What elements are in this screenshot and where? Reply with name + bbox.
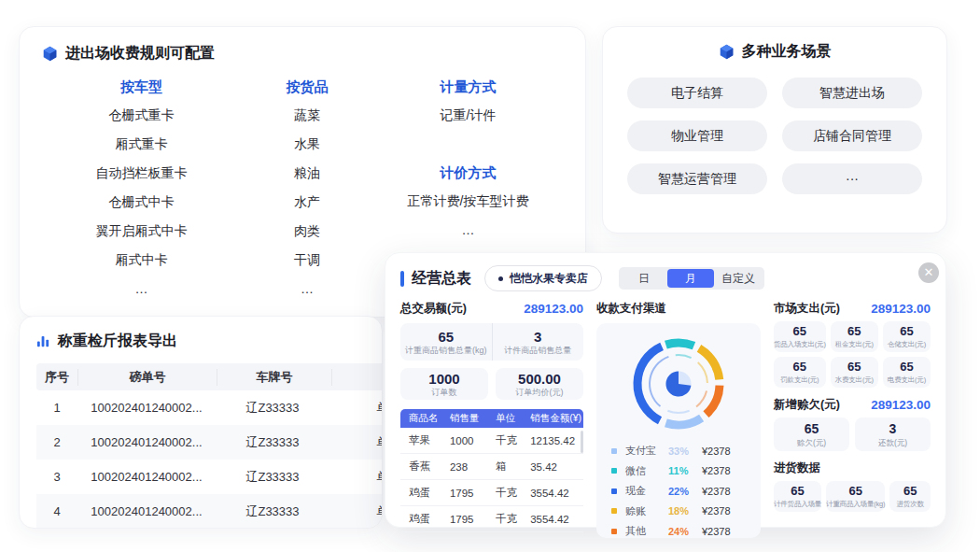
expense-grid: 65 货品入场支出(元) 65 租金支出(元) 65 仓储支出(元) 65 罚款… <box>774 321 931 388</box>
cell-plate: 辽Z33333 <box>216 434 329 451</box>
cell-plate: 辽Z33333 <box>216 503 329 520</box>
cell-amount: 12135.42 <box>530 435 583 446</box>
expenses-column: 市场支出(元) 289123.00 65 货品入场支出(元) 65 租金支出(元… <box>774 300 931 538</box>
product-table-header: 商品名 销售量 单位 销售金额(¥) <box>400 409 583 428</box>
tab-month[interactable]: 月 <box>667 269 714 288</box>
weighing-table-header: 序号 磅单号 车牌号 车型 <box>36 363 383 390</box>
title-accent-bar <box>400 271 404 287</box>
weighing-report-card: 称重检斤报表导出 序号 磅单号 车牌号 车型 1 100202401240002… <box>19 316 383 529</box>
stat-label: 计重商品入场量(kg) <box>826 499 885 510</box>
column-header-measure: 计量方式 <box>377 73 559 101</box>
cell-no: 2 <box>36 435 77 449</box>
legend-item-other: 其他 24% ¥2378 <box>611 521 746 542</box>
total-transactions-label: 总交易额(元) <box>400 301 467 317</box>
total-transactions-value: 289123.00 <box>524 302 583 316</box>
fee-rules-title: 进出场收费规则可配置 <box>65 44 215 64</box>
legend-swatch <box>611 448 617 454</box>
summary-body: 总交易额(元) 289123.00 65 计重商品销售总量(kg) 3 计件商品… <box>400 300 931 538</box>
legend-swatch <box>611 529 617 534</box>
scenarios-title: 多种业务场景 <box>742 42 832 62</box>
cell-plate: 辽Z33333 <box>216 469 329 486</box>
scenario-pill-entry[interactable]: 智慧进出场 <box>782 78 922 108</box>
scenario-pill-settlement[interactable]: 电子结算 <box>627 78 767 108</box>
legend-name: 支付宝 <box>625 444 668 458</box>
cell-qty: 1795 <box>450 514 496 525</box>
table-row: 鸡蛋 1795 千克 3554.42 <box>400 506 583 532</box>
stat-label: 赊欠(元) <box>797 437 826 448</box>
cell-truck: 单排仓 <box>329 503 383 520</box>
col-header-unit: 单位 <box>496 412 530 425</box>
stat-label: 进货次数 <box>897 499 924 510</box>
rule-item: 肉类 <box>237 217 377 246</box>
legend-percent: 11% <box>668 465 702 476</box>
cell-unit: 箱 <box>496 460 530 474</box>
transactions-column: 总交易额(元) 289123.00 65 计重商品销售总量(kg) 3 计件商品… <box>400 300 583 538</box>
stat-counted-sales: 3 计件商品销售总量 <box>492 323 584 361</box>
legend-percent: 24% <box>668 526 702 537</box>
cube-icon <box>42 46 58 62</box>
table-row: 3 100202401240002... 辽Z33333 单排仓 <box>36 460 383 494</box>
scenario-pill-grid: 电子结算 智慧进出场 物业管理 店铺合同管理 智慧运营管理 ··· <box>625 78 924 194</box>
cell-plate: 辽Z33333 <box>216 400 329 417</box>
column-header-vehicle: 按车型 <box>46 73 237 101</box>
scenario-pill-more[interactable]: ··· <box>782 163 922 194</box>
scenario-pill-contract[interactable]: 店铺合同管理 <box>782 120 922 151</box>
stat-water-expense: 65 水费支出(元) <box>831 357 878 388</box>
legend-amount: ¥2378 <box>702 446 731 457</box>
col-header-bill: 磅单号 <box>77 369 217 386</box>
new-credit-value: 289123.00 <box>871 398 931 412</box>
column-header-goods: 按货品 <box>237 73 377 101</box>
stat-label: 计件货品入场量 <box>774 499 821 510</box>
col-header-no: 序号 <box>36 369 77 386</box>
purchase-grid: 65 计件货品入场量 65 计重商品入场量(kg) 65 进货次数 <box>774 481 931 512</box>
stat-goods-entry-expense: 65 货品入场支出(元) <box>774 321 826 352</box>
scenario-pill-property[interactable]: 物业管理 <box>627 120 767 151</box>
report-header: 称重检斤报表导出 <box>36 332 382 351</box>
cell-truck: 单排仓 <box>329 400 383 417</box>
legend-name: 现金 <box>625 484 668 498</box>
rule-item: 翼开启厢式中卡 <box>46 217 237 246</box>
legend-amount: ¥2378 <box>702 505 731 517</box>
report-title: 称重检斤报表导出 <box>58 332 177 351</box>
tab-custom[interactable]: 自定义 <box>714 269 763 288</box>
weighing-table: 序号 磅单号 车牌号 车型 1 100202401240002... 辽Z333… <box>36 363 383 529</box>
payment-channels-label: 收款支付渠道 <box>596 301 666 317</box>
cell-bill: 100202401240002... <box>77 504 216 518</box>
rule-item: 粮油 <box>237 159 377 188</box>
donut-chart-svg <box>623 328 735 440</box>
rule-item: 厢式中卡 <box>46 246 237 275</box>
stat-fine-expense: 65 罚款支出(元) <box>774 357 826 388</box>
new-credit-label: 新增赊欠(元) <box>774 397 840 413</box>
legend-item-wechat: 微信 11% ¥2378 <box>611 461 746 482</box>
scrollbar[interactable] <box>581 431 583 453</box>
chart-legend: 支付宝 33% ¥2378 微信 11% ¥2378 现金 <box>596 440 761 542</box>
legend-swatch <box>611 468 617 474</box>
product-sales-table: 商品名 销售量 单位 销售金额(¥) 苹果 1000 千克 12135.42 香… <box>400 409 583 532</box>
close-icon[interactable]: ✕ <box>918 262 939 283</box>
tab-day[interactable]: 日 <box>621 269 667 288</box>
cell-no: 4 <box>36 504 77 518</box>
spacer <box>377 130 559 159</box>
rule-item: 干调 <box>237 246 377 275</box>
stat-value: 1000 <box>428 371 459 387</box>
stat-value: 3 <box>889 421 897 437</box>
payment-donut-chart: 支付宝 33% ¥2378 微信 11% ¥2378 现金 <box>596 323 761 538</box>
summary-header: 经营总表 恺恺水果专卖店 日 月 自定义 <box>400 265 931 291</box>
legend-item-cash: 现金 22% ¥2378 <box>611 481 746 502</box>
col-header-amount: 销售金额(¥) <box>530 412 583 425</box>
scenario-pill-operation[interactable]: 智慧运营管理 <box>627 163 767 194</box>
stat-label: 仓储支出(元) <box>888 339 926 350</box>
stat-order-count: 1000 订单数 <box>400 368 488 400</box>
store-selector-pill[interactable]: 恺恺水果专卖店 <box>484 265 602 291</box>
cell-bill: 100202401240002... <box>77 470 216 484</box>
rule-item: 记重/计件 <box>377 101 559 130</box>
stat-repayment: 3 还款(元) <box>855 418 931 451</box>
cell-bill: 100202401240002... <box>77 401 216 415</box>
table-row: 鸡蛋 1795 千克 3554.42 <box>400 480 583 506</box>
stat-average-order: 500.00 订单均价(元) <box>496 368 583 400</box>
rule-item: 自动挡栏板重卡 <box>46 159 237 188</box>
stat-value: 500.00 <box>518 371 561 387</box>
rule-item-more: … <box>377 216 559 245</box>
stat-purchase-count: 65 进货次数 <box>889 481 931 512</box>
cell-amount: 35.42 <box>530 461 583 473</box>
